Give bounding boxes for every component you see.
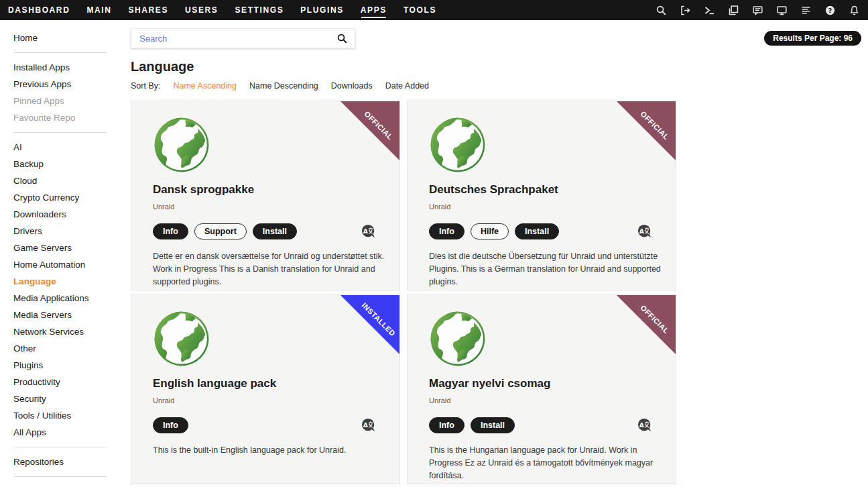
sort-bar: Sort By: Name AscendingName DescendingDo… [131, 81, 868, 91]
sidebar-item-home[interactable]: Home [0, 30, 131, 46]
translate-icon: A [637, 418, 653, 433]
ribbon-official [617, 101, 676, 160]
app-author: Unraid [429, 396, 662, 404]
sidebar-item-installed-apps[interactable]: Installed Apps [0, 59, 131, 76]
app-description: Dette er en dansk oversættelse for Unrai… [153, 250, 386, 288]
sort-option-date-added[interactable]: Date Added [385, 81, 429, 91]
app-card-magyar-nyelvi-csomag: OFFICIALMagyar nyelvi csomagUnraidInfoIn… [407, 294, 676, 484]
app-title: English language pack [153, 377, 386, 390]
support-button[interactable]: Support [194, 223, 247, 239]
display-icon[interactable] [776, 5, 788, 16]
nav-tab-plugins[interactable]: PLUGINS [300, 0, 344, 20]
app-card-english-language-pack: INSTALLEDEnglish language packUnraidInfo… [131, 294, 400, 484]
sort-option-downloads[interactable]: Downloads [331, 81, 373, 91]
top-nav-bar: DASHBOARDMAINSHARESUSERSSETTINGSPLUGINSA… [0, 0, 868, 20]
notifications-icon[interactable] [849, 5, 860, 16]
sidebar-divider [13, 476, 107, 477]
logout-icon[interactable] [680, 5, 691, 16]
ribbon-official [340, 101, 399, 160]
log-icon[interactable] [800, 5, 812, 16]
install-button[interactable]: Install [471, 417, 515, 433]
feedback-icon[interactable] [752, 5, 763, 16]
sidebar-item-language[interactable]: Language [0, 273, 131, 290]
sidebar-item-previous-apps[interactable]: Previous Apps [0, 76, 131, 93]
install-button[interactable]: Install [515, 223, 559, 239]
ribbon-official [617, 295, 676, 354]
windows-icon[interactable] [728, 5, 739, 16]
sort-option-name-descending[interactable]: Name Descending [249, 81, 318, 91]
globe-icon [153, 116, 210, 174]
sidebar-item-pinned-apps[interactable]: Pinned Apps [0, 93, 131, 109]
nav-tab-main[interactable]: MAIN [86, 0, 111, 20]
search-icon[interactable] [656, 5, 667, 16]
sort-option-name-ascending[interactable]: Name Ascending [173, 81, 237, 91]
sidebar-divider [13, 132, 107, 133]
info-button[interactable]: Info [153, 417, 188, 433]
globe-icon [153, 310, 210, 368]
nav-tab-dashboard[interactable]: DASHBOARD [8, 0, 70, 20]
app-description: Dies ist die deutsche Übersetzung für Un… [429, 250, 662, 288]
sidebar-item-downloaders[interactable]: Downloaders [0, 206, 131, 223]
nav-tab-apps[interactable]: APPS [361, 0, 387, 20]
content-toolbar: Results Per Page: 96 [131, 28, 868, 48]
sidebar-item-home-automation[interactable]: Home Automation [0, 256, 131, 273]
sidebar-item-network-services[interactable]: Network Services [0, 323, 131, 340]
sidebar-item-all-apps[interactable]: All Apps [0, 424, 131, 441]
card-actions: InfoA [153, 417, 386, 433]
app-card-deutsches-sprachpaket: OFFICIALDeutsches SprachpaketUnraidInfoH… [407, 101, 676, 290]
sidebar-item-ai[interactable]: AI [0, 139, 131, 156]
app-author: Unraid [153, 203, 386, 211]
sidebar-item-favourite-repo[interactable]: Favourite Repo [0, 109, 131, 126]
nav-tab-shares[interactable]: SHARES [128, 0, 168, 20]
sidebar-item-cloud[interactable]: Cloud [0, 172, 131, 189]
info-button[interactable]: Info [153, 223, 188, 239]
nav-tab-users[interactable]: USERS [185, 0, 218, 20]
sidebar-item-game-servers[interactable]: Game Servers [0, 239, 131, 256]
globe-icon [429, 310, 487, 368]
app-card-dansk-sprogpakke: OFFICIALDansk sprogpakkeUnraidInfoSuppor… [131, 101, 400, 290]
sidebar-item-productivity[interactable]: Productivity [0, 374, 131, 390]
sidebar-item-plugins[interactable]: Plugins [0, 357, 131, 374]
svg-text:A: A [639, 227, 645, 235]
sidebar-item-media-servers[interactable]: Media Servers [0, 307, 131, 323]
app-card-grid: OFFICIALDansk sprogpakkeUnraidInfoSuppor… [131, 101, 868, 484]
app-description: This is the Hungarian language pack for … [429, 444, 662, 482]
translate-icon: A [361, 224, 377, 239]
nav-tab-settings[interactable]: SETTINGS [235, 0, 284, 20]
search-input[interactable] [138, 33, 336, 44]
card-actions: InfoSupportInstallA [153, 223, 386, 239]
sidebar-item-other[interactable]: Other [0, 340, 131, 357]
sidebar-item-tools-utilities[interactable]: Tools / Utilities [0, 407, 131, 424]
help-icon[interactable]: ? [824, 5, 836, 16]
card-actions: InfoInstallA [429, 417, 662, 433]
results-per-page-badge[interactable]: Results Per Page: 96 [764, 31, 861, 46]
sidebar-item-backup[interactable]: Backup [0, 156, 131, 172]
sidebar: HomeInstalled AppsPrevious AppsPinned Ap… [0, 20, 131, 487]
svg-text:A: A [363, 421, 369, 429]
install-button[interactable]: Install [253, 223, 297, 239]
sidebar-item-security[interactable]: Security [0, 390, 131, 407]
main-nav: DASHBOARDMAINSHARESUSERSSETTINGSPLUGINSA… [8, 0, 453, 20]
nav-tab-tools[interactable]: TOOLS [404, 0, 436, 20]
app-title: Magyar nyelvi csomag [429, 377, 662, 390]
search-box[interactable] [131, 28, 355, 48]
translate-icon: A [361, 418, 377, 433]
app-description: This is the built-in English language pa… [153, 444, 386, 457]
info-button[interactable]: Info [429, 223, 464, 239]
ribbon-installed [340, 295, 399, 354]
sidebar-divider [13, 52, 107, 53]
sidebar-item-media-applications[interactable]: Media Applications [0, 290, 131, 307]
sidebar-item-repositories[interactable]: Repositories [0, 453, 131, 470]
svg-text:A: A [639, 421, 645, 429]
search-icon[interactable] [336, 33, 348, 44]
app-title: Deutsches Sprachpaket [429, 183, 662, 197]
nav-icon-group: ? [643, 5, 860, 16]
sidebar-item-crypto-currency[interactable]: Crypto Currency [0, 189, 131, 206]
sidebar-item-settings[interactable]: Settings [0, 483, 131, 487]
svg-text:?: ? [828, 6, 832, 13]
sort-options: Name AscendingName DescendingDownloadsDa… [173, 81, 429, 91]
terminal-icon[interactable] [704, 5, 715, 16]
info-button[interactable]: Info [429, 417, 464, 433]
sidebar-item-drivers[interactable]: Drivers [0, 223, 131, 239]
hilfe-button[interactable]: Hilfe [471, 223, 509, 239]
